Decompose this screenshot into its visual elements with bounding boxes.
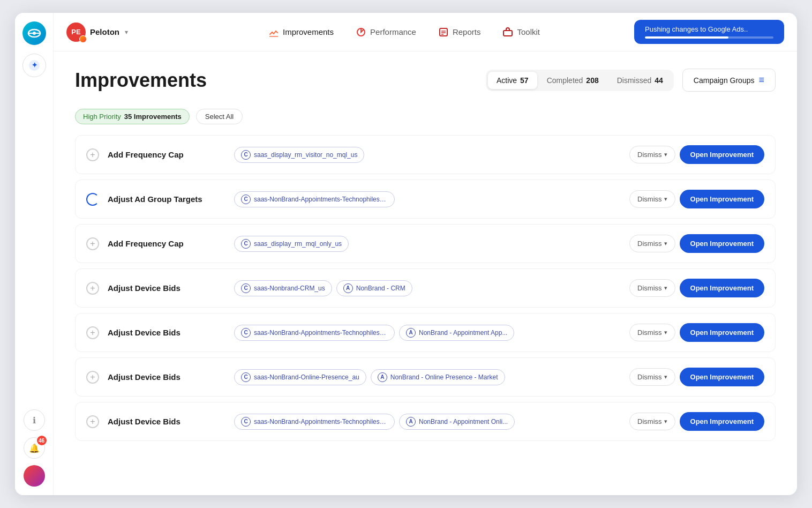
dismiss-button[interactable]: Dismiss ▾: [629, 324, 675, 341]
row-actions: Dismiss ▾Open Improvement: [629, 145, 764, 164]
row-select[interactable]: +: [86, 326, 99, 339]
row-select[interactable]: [86, 193, 99, 206]
campaign-tag-icon: C: [241, 328, 251, 338]
tag[interactable]: ANonBrand - CRM: [336, 280, 412, 296]
tag[interactable]: Csaas-Nonbrand-CRM_us: [234, 280, 332, 296]
brand-area[interactable]: PE Peloton ▾: [66, 23, 174, 42]
row-title: Add Frequency Cap: [108, 150, 225, 159]
row-tags: Csaas-Nonbrand-CRM_usANonBrand - CRM: [234, 280, 621, 296]
row-actions: Dismiss ▾Open Improvement: [629, 234, 764, 253]
open-improvement-button[interactable]: Open Improvement: [680, 412, 764, 431]
improvement-row: +Add Frequency CapCsaas_display_rm_visit…: [75, 135, 776, 174]
user-avatar[interactable]: [24, 465, 45, 487]
row-actions: Dismiss ▾Open Improvement: [629, 323, 764, 342]
sidebar: ✦ ℹ 🔔 46: [15, 13, 54, 495]
dismiss-chevron-icon: ▾: [664, 285, 667, 292]
info-icon: ℹ: [33, 415, 36, 425]
top-nav: PE Peloton ▾ Improvements Perfor: [54, 13, 797, 51]
tag[interactable]: Csaas-NonBrand-Appointments-Technophiles…: [234, 191, 395, 207]
dismiss-label: Dismiss: [637, 240, 662, 248]
dismiss-button[interactable]: Dismiss ▾: [629, 368, 675, 386]
svg-rect-10: [503, 31, 512, 36]
push-progress: [645, 36, 773, 39]
open-improvement-button[interactable]: Open Improvement: [680, 279, 764, 297]
adgroup-tag-icon: A: [343, 283, 353, 293]
dismiss-button[interactable]: Dismiss ▾: [629, 279, 675, 297]
open-improvement-button[interactable]: Open Improvement: [680, 368, 764, 386]
menu-icon: ≡: [758, 74, 764, 86]
tag[interactable]: ANonBrand - Appointment App...: [399, 325, 514, 341]
row-select[interactable]: +: [86, 415, 99, 428]
nav-toolkit[interactable]: Toolkit: [493, 22, 548, 42]
campaign-tag-icon: C: [241, 372, 251, 382]
row-select[interactable]: +: [86, 371, 99, 384]
dismiss-chevron-icon: ▾: [664, 373, 667, 380]
filter-active-count: 57: [520, 76, 529, 85]
campaign-tag-icon: C: [241, 283, 251, 293]
nav-performance[interactable]: Performance: [347, 22, 425, 42]
open-improvement-button[interactable]: Open Improvement: [680, 190, 764, 208]
row-tags: Csaas-NonBrand-Online-Presence_auANonBra…: [234, 369, 621, 385]
filter-dismissed-count: 44: [655, 76, 663, 85]
tag[interactable]: Csaas-NonBrand-Online-Presence_au: [234, 369, 366, 385]
row-actions: Dismiss ▾Open Improvement: [629, 190, 764, 208]
open-improvement-button[interactable]: Open Improvement: [680, 323, 764, 342]
nav-links: Improvements Performance Reports: [174, 22, 634, 42]
campaign-groups-button[interactable]: Campaign Groups ≡: [682, 69, 776, 92]
tag-text: NonBrand - Online Presence - Market: [390, 373, 498, 381]
tag[interactable]: ANonBrand - Online Presence - Market: [371, 369, 505, 385]
dismiss-button[interactable]: Dismiss ▾: [629, 190, 675, 208]
high-priority-badge: High Priority 35 Improvements: [75, 109, 190, 124]
app-logo[interactable]: [22, 21, 46, 45]
tag-text: NonBrand - CRM: [356, 285, 405, 292]
row-tags: Csaas_display_rm_visitor_no_mql_us: [234, 147, 621, 163]
row-title: Adjust Device Bids: [108, 417, 225, 426]
filter-completed[interactable]: Completed 208: [538, 72, 607, 89]
ai-button[interactable]: ✦: [22, 54, 46, 77]
adgroup-tag-icon: A: [406, 328, 416, 338]
page-content: Improvements Active 57 Completed 208 Dis…: [54, 51, 797, 495]
dismiss-button[interactable]: Dismiss ▾: [629, 413, 675, 430]
filter-dismissed[interactable]: Dismissed 44: [608, 72, 672, 89]
tag[interactable]: Csaas-NonBrand-Appointments-Technophiles…: [234, 414, 395, 430]
open-improvement-button[interactable]: Open Improvement: [680, 234, 764, 253]
tag-text: saas-NonBrand-Online-Presence_au: [254, 373, 359, 381]
brand-avatar: PE: [66, 23, 86, 42]
filter-tabs: Active 57 Completed 208 Dismissed 44: [486, 70, 674, 91]
dismiss-button[interactable]: Dismiss ▾: [629, 146, 675, 163]
row-select[interactable]: +: [86, 237, 99, 250]
row-select[interactable]: +: [86, 282, 99, 295]
select-all-button[interactable]: Select All: [196, 109, 243, 124]
tag[interactable]: Csaas_display_rm_mql_only_us: [234, 236, 349, 252]
campaign-groups-label: Campaign Groups: [694, 76, 755, 85]
nav-reports[interactable]: Reports: [429, 22, 490, 42]
row-actions: Dismiss ▾Open Improvement: [629, 412, 764, 431]
campaign-tag-icon: C: [241, 239, 251, 249]
dismiss-button[interactable]: Dismiss ▾: [629, 235, 675, 252]
row-select[interactable]: +: [86, 148, 99, 161]
main-content: PE Peloton ▾ Improvements Perfor: [54, 13, 797, 495]
svg-rect-6: [440, 28, 447, 36]
filter-active[interactable]: Active 57: [488, 72, 537, 89]
improvement-row: +Adjust Device BidsCsaas-Nonbrand-CRM_us…: [75, 268, 776, 308]
tag-text: saas_display_rm_visitor_no_mql_us: [254, 151, 357, 159]
adgroup-tag-icon: A: [378, 372, 387, 382]
push-notification: Pushing changes to Google Ads..: [634, 20, 784, 44]
open-improvement-button[interactable]: Open Improvement: [680, 145, 764, 164]
tag[interactable]: Csaas-NonBrand-Appointments-Technophiles…: [234, 325, 395, 341]
header-right: Active 57 Completed 208 Dismissed 44: [486, 69, 776, 92]
nav-improvements[interactable]: Improvements: [259, 22, 342, 42]
notifications-button[interactable]: 🔔 46: [24, 437, 45, 459]
tag-text: saas-NonBrand-Appointments-Technophiles_…: [254, 418, 388, 425]
improvement-row: Adjust Ad Group TargetsCsaas-NonBrand-Ap…: [75, 180, 776, 219]
row-title: Adjust Device Bids: [108, 372, 225, 382]
row-title: Adjust Device Bids: [108, 283, 225, 293]
filter-dismissed-label: Dismissed: [617, 76, 652, 85]
row-title: Add Frequency Cap: [108, 239, 225, 248]
toolbar: High Priority 35 Improvements Select All: [75, 109, 776, 124]
row-tags: Csaas-NonBrand-Appointments-Technophiles…: [234, 414, 621, 430]
brand-chevron-icon: ▾: [125, 28, 128, 36]
info-button[interactable]: ℹ: [24, 409, 45, 431]
tag[interactable]: Csaas_display_rm_visitor_no_mql_us: [234, 147, 364, 163]
tag[interactable]: ANonBrand - Appointment Onli...: [399, 414, 515, 430]
